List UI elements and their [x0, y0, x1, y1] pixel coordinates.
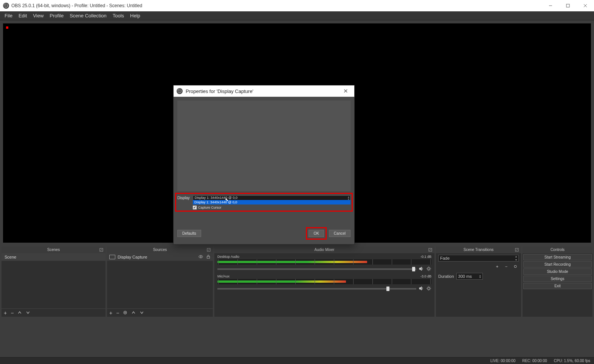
- source-remove-button[interactable]: −: [116, 310, 119, 316]
- scene-down-button[interactable]: [26, 310, 30, 316]
- svg-rect-1: [566, 4, 569, 7]
- status-cpu: CPU: 1.5%, 60.00 fps: [554, 359, 590, 363]
- capture-cursor-checkbox[interactable]: ✓: [193, 206, 197, 209]
- studio-mode-button[interactable]: Studio Mode: [523, 268, 592, 275]
- window-title: OBS 25.0.1 (64-bit, windows) - Profile: …: [11, 3, 142, 8]
- gear-icon[interactable]: [426, 266, 431, 272]
- maximize-button[interactable]: [559, 0, 577, 11]
- svg-point-8: [199, 256, 203, 258]
- menu-help[interactable]: Help: [127, 11, 143, 20]
- scenes-header: Scenes: [2, 246, 105, 253]
- svg-point-15: [428, 268, 430, 270]
- duration-label: Duration: [438, 274, 454, 279]
- menu-scene-collection[interactable]: Scene Collection: [67, 11, 110, 20]
- source-properties-button[interactable]: [123, 310, 127, 316]
- scenes-panel: Scenes Scene + −: [2, 246, 105, 317]
- audio-meter: [217, 279, 431, 284]
- mixer-title: Audio Mixer: [315, 248, 335, 252]
- close-button[interactable]: [577, 0, 594, 11]
- menu-view[interactable]: View: [30, 11, 47, 20]
- dialog-preview: [177, 101, 351, 191]
- ok-button[interactable]: OK: [309, 230, 324, 237]
- mute-icon[interactable]: [419, 266, 424, 272]
- source-handle-icon: [6, 26, 8, 29]
- obs-logo-icon: [177, 88, 183, 94]
- defaults-button[interactable]: Defaults: [177, 230, 201, 237]
- start-recording-button[interactable]: Start Recording: [523, 261, 592, 268]
- controls-title: Controls: [551, 248, 565, 252]
- track-name: Mic/Aux: [217, 274, 230, 278]
- dialog-close-button[interactable]: ✕: [340, 88, 351, 94]
- svg-line-14: [430, 249, 431, 251]
- sources-header: Sources: [107, 246, 213, 253]
- source-item[interactable]: Display Capture: [107, 253, 213, 261]
- menu-profile[interactable]: Profile: [47, 11, 67, 20]
- volume-slider[interactable]: [217, 268, 416, 270]
- settings-button[interactable]: Settings: [523, 276, 592, 282]
- mute-icon[interactable]: [419, 286, 424, 292]
- scene-remove-button[interactable]: −: [11, 310, 14, 316]
- popout-icon[interactable]: [428, 247, 433, 252]
- scene-item[interactable]: Scene: [2, 253, 105, 261]
- obs-logo-icon: [3, 3, 9, 9]
- popout-icon[interactable]: [514, 247, 520, 252]
- popout-icon[interactable]: [206, 247, 211, 252]
- visibility-icon[interactable]: [199, 254, 203, 260]
- annotation-box: OK: [306, 227, 326, 240]
- lock-icon[interactable]: [206, 254, 211, 260]
- display-label: Display: [177, 196, 190, 200]
- svg-point-12: [125, 312, 126, 313]
- scenes-toolbar: + −: [2, 308, 105, 317]
- duration-input[interactable]: 300 ms ▴▾: [456, 273, 483, 280]
- track-level: -0.1 dB: [420, 255, 431, 259]
- start-streaming-button[interactable]: Start Streaming: [523, 254, 592, 260]
- display-option[interactable]: Display 1: 3440x1440 @ 0,0: [193, 200, 351, 204]
- svg-point-19: [514, 265, 516, 268]
- display-value: Display 1: 3440x1440 @ 0,0: [195, 196, 237, 200]
- volume-slider[interactable]: [217, 288, 416, 290]
- transition-remove-button[interactable]: −: [503, 263, 510, 270]
- source-down-button[interactable]: [140, 310, 144, 316]
- status-rec: REC: 00:00:00: [522, 359, 547, 363]
- mixer-track: Mic/Aux -3.0 dB: [214, 273, 434, 293]
- menu-file[interactable]: File: [2, 11, 16, 20]
- svg-point-9: [200, 256, 201, 257]
- scenes-title: Scenes: [47, 248, 60, 252]
- transitions-header: Scene Transitions: [436, 246, 521, 253]
- source-add-button[interactable]: +: [109, 310, 112, 316]
- mixer-header: Audio Mixer: [214, 246, 434, 253]
- track-level: -3.0 dB: [420, 274, 431, 278]
- display-select[interactable]: Display 1: 3440x1440 @ 0,0 ▴▾: [193, 195, 351, 200]
- transition-select[interactable]: Fade ▴▾: [438, 255, 519, 262]
- transition-value: Fade: [440, 256, 450, 260]
- mixer-track: Desktop Audio -0.1 dB: [214, 253, 434, 273]
- cancel-button[interactable]: Cancel: [329, 230, 351, 237]
- bottom-panels: Scenes Scene + − Sources Display Capture: [0, 246, 594, 318]
- dialog-titlebar: Properties for 'Display Capture' ✕: [174, 85, 354, 97]
- audio-meter: [217, 259, 431, 265]
- menu-tools[interactable]: Tools: [110, 11, 127, 20]
- gear-icon[interactable]: [426, 286, 431, 292]
- mixer-panel: Audio Mixer Desktop Audio -0.1 dB: [214, 246, 434, 317]
- menubar: File Edit View Profile Scene Collection …: [0, 11, 594, 20]
- transition-add-button[interactable]: +: [494, 263, 501, 270]
- popout-icon[interactable]: [99, 247, 104, 252]
- menu-edit[interactable]: Edit: [16, 11, 30, 20]
- svg-point-16: [428, 287, 430, 290]
- source-up-button[interactable]: [131, 310, 136, 316]
- sources-toolbar: + −: [107, 308, 213, 317]
- duration-value: 300 ms: [458, 274, 472, 279]
- dialog-title: Properties for 'Display Capture': [186, 88, 253, 94]
- scene-up-button[interactable]: [17, 310, 22, 316]
- status-bar: LIVE: 00:00:00 REC: 00:00:00 CPU: 1.5%, …: [0, 357, 594, 364]
- scene-add-button[interactable]: +: [4, 310, 7, 316]
- status-live: LIVE: 00:00:00: [490, 359, 515, 363]
- svg-point-11: [124, 311, 127, 314]
- transition-gear-button[interactable]: [512, 263, 519, 270]
- track-name: Desktop Audio: [217, 255, 239, 259]
- minimize-button[interactable]: [542, 0, 559, 11]
- exit-button[interactable]: Exit: [523, 283, 592, 289]
- controls-panel: Controls Start Streaming Start Recording…: [523, 246, 592, 317]
- display-icon: [109, 255, 115, 259]
- sources-panel: Sources Display Capture + −: [107, 246, 213, 317]
